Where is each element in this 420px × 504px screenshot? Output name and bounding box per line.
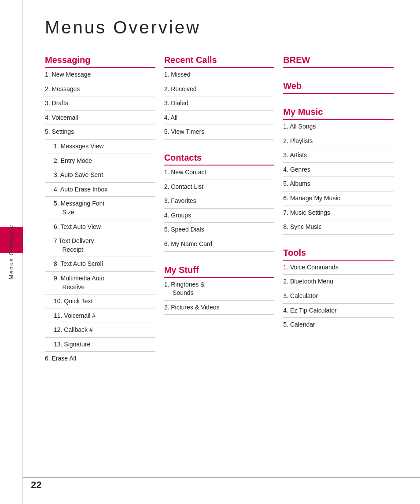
list-item: 4. Voicemail: [45, 111, 155, 125]
list-item: 4. All: [164, 111, 275, 125]
list-item: 3. Calculator: [283, 289, 394, 304]
list-item: 10. Quick Text: [45, 294, 155, 309]
list-item: 3. Favorites: [164, 194, 275, 209]
list-item: 2. Bluetooth Menu: [283, 275, 394, 289]
page-title: Menus Overview: [45, 18, 402, 37]
list-item: 7 Text Delivery Receipt: [45, 234, 155, 257]
section-title-web: Web: [283, 81, 394, 94]
list-item: 1. All Songs: [283, 120, 394, 134]
list-item: 3. Dialed: [164, 96, 275, 111]
section-title-contacts: Contacts: [164, 153, 275, 166]
list-item: 11. Voicemail #: [45, 309, 155, 324]
list-item: 4. Genres: [283, 163, 394, 177]
list-item: 1. Missed: [164, 68, 275, 82]
section-title-my-stuff: My Stuff: [164, 265, 275, 278]
list-item: 7. Music Settings: [283, 206, 394, 221]
list-item: 5. View Timers: [164, 125, 275, 140]
column-center: Recent Calls 1. Missed 2. Received 3. Di…: [164, 55, 284, 315]
bottom-divider: [23, 477, 420, 478]
list-item: 5. Settings: [45, 125, 155, 140]
section-title-tools: Tools: [283, 248, 394, 261]
list-item: 13. Signature: [45, 338, 155, 352]
sidebar-label: Menus Overview: [8, 224, 15, 280]
list-item: 8. Sync Music: [283, 220, 394, 235]
list-item: 1. Ringtones & Sounds: [164, 278, 275, 301]
list-item: 4. Groups: [164, 209, 275, 223]
column-messaging: Messaging 1. New Message 2. Messages 3. …: [45, 55, 164, 366]
list-item: 1. Messages View: [45, 140, 155, 154]
list-item: 1. New Message: [45, 68, 155, 82]
list-item: 4. Ez Tip Calculator: [283, 304, 394, 318]
section-title-recent-calls: Recent Calls: [164, 55, 275, 68]
list-item: 6. Erase All: [45, 352, 155, 366]
list-item: 2. Pictures & Videos: [164, 301, 275, 315]
list-item: 12. Callback #: [45, 323, 155, 338]
column-right: BREW Web My Music 1. All Songs 2. Playli…: [283, 55, 402, 332]
list-item: 1. New Contact: [164, 166, 275, 180]
list-item: 2. Messages: [45, 82, 155, 97]
section-title-brew: BREW: [283, 55, 394, 68]
list-item: 2. Entry Mode: [45, 154, 155, 169]
list-item: 4. Auto Erase Inbox: [45, 183, 155, 197]
list-item: 5. Messaging Font Size: [45, 197, 155, 220]
sidebar: Menus Overview: [0, 0, 23, 504]
list-item: 6. Manage My Music: [283, 191, 394, 206]
list-item: 8. Text Auto Scroll: [45, 257, 155, 272]
list-item: 5. Albums: [283, 177, 394, 191]
list-item: 6. My Name Card: [164, 237, 275, 252]
list-item: 6. Text Auto View: [45, 220, 155, 235]
list-item: 2. Received: [164, 82, 275, 97]
columns-wrapper: Messaging 1. New Message 2. Messages 3. …: [45, 55, 402, 366]
list-item: 3. Drafts: [45, 96, 155, 111]
page-number: 22: [31, 479, 41, 491]
section-title-messaging: Messaging: [45, 55, 155, 68]
list-item: 3. Auto Save Sent: [45, 168, 155, 183]
list-item: 5. Speed Dials: [164, 223, 275, 237]
list-item: 9. Multimedia Auto Receive: [45, 272, 155, 294]
list-item: 5. Calendar: [283, 318, 394, 332]
list-item: 2. Playlists: [283, 134, 394, 149]
list-item: 3. Artists: [283, 148, 394, 163]
main-content: Menus Overview Messaging 1. New Message …: [23, 0, 420, 384]
section-title-my-music: My Music: [283, 107, 394, 120]
list-item: 2. Contact List: [164, 180, 275, 195]
list-item: 1. Voice Commands: [283, 261, 394, 275]
